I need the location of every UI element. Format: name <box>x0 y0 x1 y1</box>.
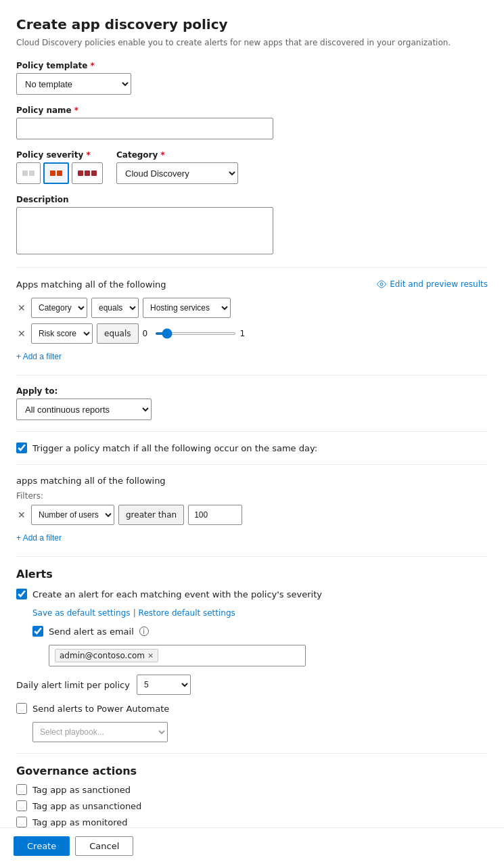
email-tag-1-text: admin@contoso.com <box>60 651 145 660</box>
divider-4 <box>16 464 488 465</box>
add-sub-filter-label: + Add a filter <box>16 533 62 543</box>
filter-2-slider-container: 0 1 <box>143 329 248 338</box>
filter-2-slider-min: 0 <box>143 329 151 338</box>
send-email-checkbox[interactable] <box>32 626 43 637</box>
create-button[interactable]: Create <box>14 836 70 856</box>
trigger-checkbox[interactable] <box>16 442 27 453</box>
send-email-label: Send alert as email <box>49 627 134 637</box>
save-default-link[interactable]: Save as default settings <box>32 608 131 618</box>
category-label: Category <box>116 150 238 160</box>
gov-action-3-checkbox[interactable] <box>16 817 27 827</box>
edit-preview-link[interactable]: Edit and preview results <box>376 279 488 290</box>
filters-sub-label: Filters: <box>16 491 488 501</box>
severity-medium-button[interactable] <box>43 162 69 184</box>
sub-filter-1-field-select[interactable]: Number of users <box>31 505 114 525</box>
filter-2-operator-tag: equals <box>97 323 139 344</box>
alerts-title: Alerts <box>16 568 488 581</box>
daily-limit-select[interactable]: 5 1 2 3 10 20 <box>137 675 191 695</box>
severity-label: Policy severity <box>16 150 103 160</box>
severity-high-dot1 <box>78 170 83 176</box>
sub-filter-1-operator-tag: greater than <box>118 505 184 525</box>
apply-to-label: Apply to: <box>16 386 488 396</box>
divider-1 <box>16 267 488 268</box>
category-select[interactable]: Cloud Discovery <box>116 162 238 184</box>
filter-row-1: ✕ Category equals Hosting services <box>16 298 488 318</box>
send-email-row: Send alert as email i <box>32 626 488 637</box>
page-title: Create app discovery policy <box>16 16 488 32</box>
filter-1-remove-button[interactable]: ✕ <box>16 302 27 314</box>
power-automate-row: Send alerts to Power Automate <box>16 703 488 714</box>
separator: | <box>133 608 139 618</box>
severity-high-dot3 <box>91 170 97 176</box>
gov-action-3-row: Tag app as monitored <box>16 817 488 827</box>
create-alert-checkbox[interactable] <box>16 589 27 599</box>
gov-action-2-row: Tag app as unsanctioned <box>16 800 488 811</box>
severity-medium-dot1 <box>50 170 55 176</box>
power-automate-select[interactable]: Select playbook... <box>32 722 168 742</box>
trigger-checkbox-label: Trigger a policy match if all the follow… <box>32 443 317 453</box>
governance-title: Governance actions <box>16 765 488 777</box>
divider-2 <box>16 375 488 376</box>
power-automate-label: Send alerts to Power Automate <box>32 704 169 714</box>
cancel-button[interactable]: Cancel <box>75 836 133 856</box>
gov-action-2-label: Tag app as unsanctioned <box>32 801 141 811</box>
email-tag-1-remove[interactable]: ✕ <box>147 652 154 660</box>
apps-matching-sub-title: apps matching all of the following <box>16 476 488 486</box>
send-email-info-icon[interactable]: i <box>139 627 149 636</box>
filter-2-slider[interactable] <box>155 332 236 335</box>
severity-low-button[interactable] <box>16 162 41 184</box>
daily-limit-label: Daily alert limit per policy <box>16 680 130 690</box>
gov-action-1-label: Tag app as sanctioned <box>32 785 131 795</box>
edit-preview-label: Edit and preview results <box>390 279 488 289</box>
restore-default-link[interactable]: Restore default settings <box>139 608 235 618</box>
eye-icon <box>376 279 387 290</box>
severity-low-dot2 <box>29 170 35 176</box>
sub-filter-1-value-input[interactable] <box>188 505 242 525</box>
divider-6 <box>16 753 488 754</box>
severity-high-dot2 <box>85 170 90 176</box>
daily-limit-row: Daily alert limit per policy 5 1 2 3 10 … <box>16 675 488 695</box>
filter-1-field-select[interactable]: Category <box>31 298 87 318</box>
divider-3 <box>16 431 488 432</box>
gov-action-3-label: Tag app as monitored <box>32 817 127 827</box>
policy-name-input[interactable]: Risky hosting apps <box>16 118 273 139</box>
description-label: Description <box>16 195 488 204</box>
sub-filter-1-remove-button[interactable]: ✕ <box>16 509 27 521</box>
create-alert-label: Create an alert for each matching event … <box>32 589 322 599</box>
filter-row-2: ✕ Risk score equals 0 1 <box>16 323 488 344</box>
description-textarea[interactable] <box>16 207 273 254</box>
create-alert-row: Create an alert for each matching event … <box>16 589 488 599</box>
severity-high-button[interactable] <box>72 162 103 184</box>
page-subtitle: Cloud Discovery policies enable you to c… <box>16 38 488 47</box>
gov-action-1-row: Tag app as sanctioned <box>16 784 488 795</box>
filter-1-value-select[interactable]: Hosting services <box>143 298 231 318</box>
policy-template-label: Policy template <box>16 61 488 70</box>
filter-2-slider-max: 1 <box>240 329 248 338</box>
apply-to-select[interactable]: All continuous reports <box>16 399 152 420</box>
policy-template-select[interactable]: No template <box>16 73 131 95</box>
apps-matching-title: Apps matching all of the following <box>16 279 166 290</box>
add-filter-button[interactable]: + Add a filter <box>16 349 62 364</box>
severity-medium-dot2 <box>57 170 62 176</box>
power-automate-checkbox[interactable] <box>16 703 27 714</box>
filter-2-remove-button[interactable]: ✕ <box>16 327 27 340</box>
svg-point-0 <box>380 283 383 286</box>
divider-5 <box>16 556 488 557</box>
add-filter-label: + Add a filter <box>16 352 62 361</box>
gov-action-1-checkbox[interactable] <box>16 784 27 795</box>
sub-filter-row-1: ✕ Number of users greater than <box>16 505 488 525</box>
trigger-checkbox-row: Trigger a policy match if all the follow… <box>16 442 488 453</box>
gov-action-2-checkbox[interactable] <box>16 800 27 811</box>
filter-1-operator-select[interactable]: equals <box>91 298 139 318</box>
policy-name-label: Policy name <box>16 106 488 115</box>
filter-2-field-select[interactable]: Risk score <box>31 323 93 344</box>
email-tag-1: admin@contoso.com ✕ <box>55 649 158 662</box>
add-sub-filter-button[interactable]: + Add a filter <box>16 530 62 545</box>
severity-low-dot <box>22 170 28 176</box>
footer-buttons: Create Cancel <box>0 827 504 864</box>
email-input-container[interactable]: admin@contoso.com ✕ <box>49 645 306 666</box>
